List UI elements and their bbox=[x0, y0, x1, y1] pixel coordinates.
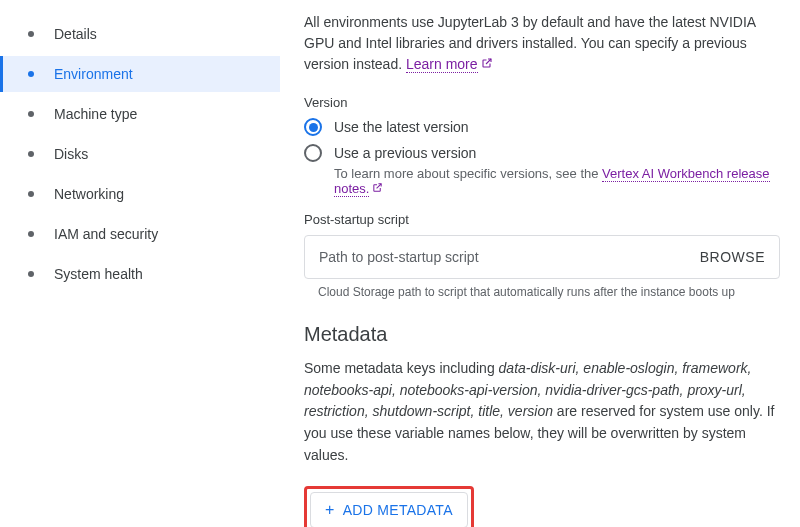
highlight-annotation: + ADD METADATA bbox=[304, 486, 474, 527]
sidebar-item-label: Details bbox=[54, 26, 97, 42]
sidebar: Details Environment Machine type Disks N… bbox=[0, 0, 280, 527]
bullet-icon bbox=[28, 151, 34, 157]
post-startup-help: Cloud Storage path to script that automa… bbox=[318, 285, 780, 299]
bullet-icon bbox=[28, 231, 34, 237]
post-startup-input[interactable] bbox=[319, 249, 690, 265]
metadata-description: Some metadata keys including data-disk-u… bbox=[304, 358, 780, 466]
sidebar-item-machine-type[interactable]: Machine type bbox=[0, 96, 280, 132]
sidebar-item-environment[interactable]: Environment bbox=[0, 56, 280, 92]
sidebar-item-iam-security[interactable]: IAM and security bbox=[0, 216, 280, 252]
sidebar-item-details[interactable]: Details bbox=[0, 16, 280, 52]
sidebar-item-system-health[interactable]: System health bbox=[0, 256, 280, 292]
sidebar-item-label: IAM and security bbox=[54, 226, 158, 242]
external-link-icon bbox=[481, 54, 493, 75]
metadata-heading: Metadata bbox=[304, 323, 780, 346]
sidebar-item-label: Networking bbox=[54, 186, 124, 202]
sidebar-item-label: Machine type bbox=[54, 106, 137, 122]
post-startup-input-row: BROWSE bbox=[304, 235, 780, 279]
bullet-icon bbox=[28, 271, 34, 277]
sidebar-item-disks[interactable]: Disks bbox=[0, 136, 280, 172]
sidebar-item-label: System health bbox=[54, 266, 143, 282]
browse-button[interactable]: BROWSE bbox=[690, 249, 765, 265]
radio-label: Use the latest version bbox=[334, 119, 469, 135]
radio-previous-version[interactable]: Use a previous version bbox=[304, 144, 780, 162]
radio-icon bbox=[304, 118, 322, 136]
main-content: All environments use JupyterLab 3 by def… bbox=[280, 0, 800, 527]
post-startup-label: Post-startup script bbox=[304, 212, 780, 227]
sidebar-item-label: Environment bbox=[54, 66, 133, 82]
sidebar-item-label: Disks bbox=[54, 146, 88, 162]
bullet-icon bbox=[28, 111, 34, 117]
radio-label: Use a previous version bbox=[334, 145, 476, 161]
sidebar-item-networking[interactable]: Networking bbox=[0, 176, 280, 212]
external-link-icon bbox=[372, 181, 383, 196]
bullet-icon bbox=[28, 191, 34, 197]
intro-text: All environments use JupyterLab 3 by def… bbox=[304, 12, 780, 75]
add-metadata-button[interactable]: + ADD METADATA bbox=[310, 492, 468, 527]
plus-icon: + bbox=[325, 501, 335, 519]
bullet-icon bbox=[28, 71, 34, 77]
version-label: Version bbox=[304, 95, 780, 110]
learn-more-link[interactable]: Learn more bbox=[406, 56, 478, 73]
version-help-text: To learn more about specific versions, s… bbox=[334, 166, 780, 196]
bullet-icon bbox=[28, 31, 34, 37]
radio-icon bbox=[304, 144, 322, 162]
radio-latest-version[interactable]: Use the latest version bbox=[304, 118, 780, 136]
